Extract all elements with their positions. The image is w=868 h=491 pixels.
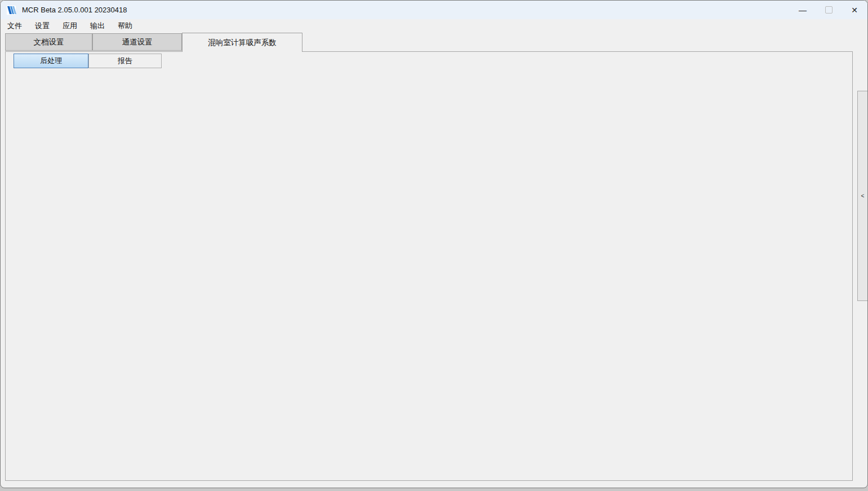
close-button[interactable]: ✕: [842, 1, 867, 19]
content-pane: [5, 51, 853, 481]
tab-2[interactable]: 混响室计算吸声系数: [182, 33, 302, 52]
window-title: MCR Beta 2.05.0.001 20230418: [22, 6, 127, 14]
menu-item-0[interactable]: 文件: [3, 20, 26, 32]
title-bar: MCR Beta 2.05.0.001 20230418 — ✕: [1, 1, 867, 19]
subtab-bar: 后处理报告: [5, 51, 230, 70]
maximize-button[interactable]: [816, 1, 842, 19]
app-logo-icon: [7, 5, 17, 15]
maximize-icon: [825, 6, 833, 14]
subtab-1[interactable]: 报告: [88, 54, 162, 68]
subtab-0[interactable]: 后处理: [14, 54, 88, 68]
tab-1[interactable]: 通道设置: [92, 33, 182, 51]
window-controls: — ✕: [790, 1, 867, 19]
menu-item-2[interactable]: 应用: [58, 20, 82, 32]
menu-bar: 文件设置应用输出帮助: [1, 19, 867, 32]
menu-item-3[interactable]: 输出: [86, 20, 109, 32]
tab-0[interactable]: 文档设置: [5, 33, 92, 51]
app-window: MCR Beta 2.05.0.001 20230418 — ✕ 文件设置应用输…: [0, 0, 868, 488]
menu-item-4[interactable]: 帮助: [113, 20, 137, 32]
tab-bar: 文档设置通道设置混响室计算吸声系数: [1, 32, 867, 52]
menu-item-1[interactable]: 设置: [30, 20, 54, 32]
minimize-button[interactable]: —: [790, 1, 816, 19]
collapse-panel-handle[interactable]: <: [857, 91, 868, 301]
